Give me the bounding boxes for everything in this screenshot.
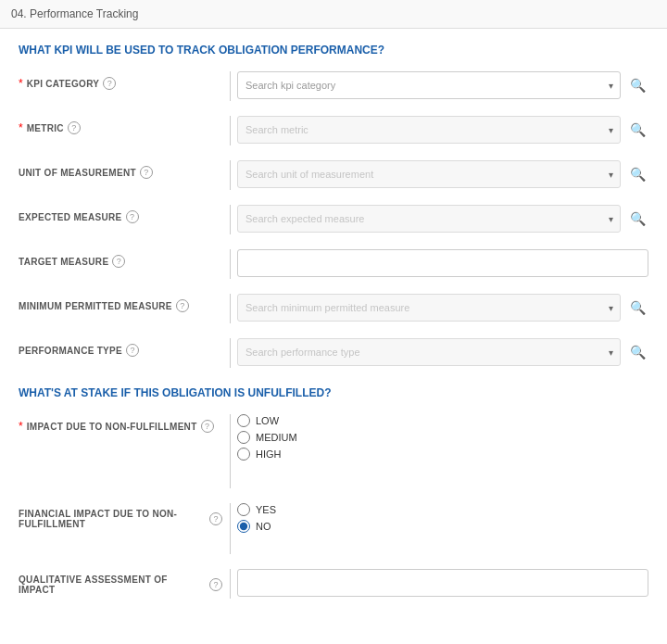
qualitative-assessment-label: QUALITATIVE ASSESSMENT OF IMPACT bbox=[19, 575, 206, 595]
unit-measurement-row: UNIT OF MEASUREMENT ? Search unit of mea… bbox=[19, 160, 648, 190]
unit-measurement-input-col: Search unit of measurement ▾ 🔍 bbox=[237, 160, 648, 188]
expected-measure-help-icon[interactable]: ? bbox=[126, 210, 139, 223]
min-permitted-input-col: Search minimum permitted measure ▾ 🔍 bbox=[237, 294, 648, 322]
impact-help-icon[interactable]: ? bbox=[201, 420, 214, 433]
metric-label: METRIC bbox=[27, 123, 64, 133]
metric-dropdown-wrapper: Search metric ▾ bbox=[237, 116, 621, 144]
performance-type-divider bbox=[222, 338, 237, 368]
expected-measure-label: EXPECTED MEASURE bbox=[19, 212, 122, 222]
target-measure-input[interactable] bbox=[237, 249, 648, 277]
metric-input-col: Search metric ▾ 🔍 bbox=[237, 116, 648, 144]
qualitative-assessment-row: QUALITATIVE ASSESSMENT OF IMPACT ? bbox=[19, 569, 648, 599]
metric-search-button[interactable]: 🔍 bbox=[626, 119, 648, 141]
expected-measure-label-col: EXPECTED MEASURE ? bbox=[19, 205, 222, 223]
kpi-category-dropdown-wrapper: Search kpi category ▾ bbox=[237, 71, 621, 99]
min-permitted-select[interactable]: Search minimum permitted measure bbox=[237, 294, 621, 322]
performance-type-label: PERFORMANCE TYPE bbox=[19, 346, 122, 356]
unit-measurement-label-col: UNIT OF MEASUREMENT ? bbox=[19, 160, 222, 179]
financial-impact-no-item[interactable]: NO bbox=[237, 520, 276, 533]
financial-impact-yes-radio[interactable] bbox=[237, 503, 250, 516]
qualitative-assessment-label-col: QUALITATIVE ASSESSMENT OF IMPACT ? bbox=[19, 569, 222, 595]
performance-type-row: PERFORMANCE TYPE ? Search performance ty… bbox=[19, 338, 648, 368]
impact-divider bbox=[222, 414, 237, 488]
expected-measure-select[interactable]: Search expected measure bbox=[237, 205, 621, 233]
expected-measure-divider bbox=[222, 205, 237, 234]
impact-row: * IMPACT DUE TO NON-FULFILLMENT ? LOW ME… bbox=[19, 414, 648, 488]
financial-impact-row: FINANCIAL IMPACT DUE TO NON-FULFILLMENT … bbox=[19, 503, 648, 554]
kpi-category-required: * bbox=[19, 77, 23, 90]
unit-measurement-help-icon[interactable]: ? bbox=[140, 166, 153, 179]
impact-label-col: * IMPACT DUE TO NON-FULFILLMENT ? bbox=[19, 414, 222, 433]
kpi-category-divider bbox=[222, 71, 237, 101]
performance-type-help-icon[interactable]: ? bbox=[126, 344, 139, 357]
target-measure-input-col bbox=[237, 249, 648, 277]
financial-impact-help-icon[interactable]: ? bbox=[209, 512, 222, 525]
min-permitted-label: MINIMUM PERMITTED MEASURE bbox=[19, 301, 172, 311]
impact-label: IMPACT DUE TO NON-FULFILLMENT bbox=[27, 422, 197, 432]
financial-impact-no-label: NO bbox=[256, 521, 271, 532]
metric-required: * bbox=[19, 121, 23, 134]
performance-type-select[interactable]: Search performance type bbox=[237, 338, 621, 366]
impact-low-item[interactable]: LOW bbox=[237, 414, 297, 427]
kpi-category-select[interactable]: Search kpi category bbox=[237, 71, 621, 99]
kpi-category-label-col: * KPI CATEGORY ? bbox=[19, 71, 222, 90]
page-title: 04. Performance Tracking bbox=[11, 7, 138, 20]
unit-measurement-select[interactable]: Search unit of measurement bbox=[237, 160, 621, 188]
kpi-category-help-icon[interactable]: ? bbox=[103, 77, 116, 90]
performance-type-search-button[interactable]: 🔍 bbox=[626, 341, 648, 363]
financial-impact-yes-item[interactable]: YES bbox=[237, 503, 276, 516]
metric-label-col: * METRIC ? bbox=[19, 116, 222, 134]
min-permitted-dropdown-wrapper: Search minimum permitted measure ▾ bbox=[237, 294, 621, 322]
metric-row: * METRIC ? Search metric ▾ 🔍 bbox=[19, 116, 648, 145]
qualitative-assessment-help-icon[interactable]: ? bbox=[209, 578, 222, 591]
financial-impact-label: FINANCIAL IMPACT DUE TO NON-FULFILLMENT bbox=[19, 509, 206, 529]
performance-type-dropdown-wrapper: Search performance type ▾ bbox=[237, 338, 621, 366]
unit-measurement-divider bbox=[222, 160, 237, 190]
unit-measurement-search-button[interactable]: 🔍 bbox=[626, 163, 648, 185]
financial-impact-yes-label: YES bbox=[256, 504, 276, 515]
impact-medium-label: MEDIUM bbox=[256, 432, 297, 443]
impact-input-col: LOW MEDIUM HIGH bbox=[237, 414, 648, 461]
min-permitted-help-icon[interactable]: ? bbox=[176, 299, 189, 312]
impact-medium-radio[interactable] bbox=[237, 431, 250, 444]
min-permitted-label-col: MINIMUM PERMITTED MEASURE ? bbox=[19, 294, 222, 312]
kpi-category-input-col: Search kpi category ▾ 🔍 bbox=[237, 71, 648, 99]
qualitative-assessment-input[interactable] bbox=[237, 569, 648, 597]
expected-measure-search-button[interactable]: 🔍 bbox=[626, 208, 648, 230]
impact-medium-item[interactable]: MEDIUM bbox=[237, 431, 297, 444]
unit-measurement-label: UNIT OF MEASUREMENT bbox=[19, 168, 136, 178]
target-measure-help-icon[interactable]: ? bbox=[112, 255, 125, 268]
min-permitted-divider bbox=[222, 294, 237, 323]
impact-low-radio[interactable] bbox=[237, 414, 250, 427]
kpi-category-search-button[interactable]: 🔍 bbox=[626, 74, 648, 96]
impact-high-radio[interactable] bbox=[237, 448, 250, 461]
financial-impact-label-col: FINANCIAL IMPACT DUE TO NON-FULFILLMENT … bbox=[19, 503, 222, 529]
target-measure-label-col: TARGET MEASURE ? bbox=[19, 249, 222, 268]
section2-title: WHAT'S AT STAKE IF THIS OBLIGATION IS UN… bbox=[19, 386, 648, 399]
expected-measure-dropdown-wrapper: Search expected measure ▾ bbox=[237, 205, 621, 233]
financial-impact-radio-group: YES NO bbox=[237, 503, 276, 533]
metric-select[interactable]: Search metric bbox=[237, 116, 621, 144]
impact-low-label: LOW bbox=[256, 415, 279, 426]
unit-measurement-dropdown-wrapper: Search unit of measurement ▾ bbox=[237, 160, 621, 188]
target-measure-row: TARGET MEASURE ? bbox=[19, 249, 648, 279]
qualitative-assessment-input-col bbox=[237, 569, 648, 597]
expected-measure-input-col: Search expected measure ▾ 🔍 bbox=[237, 205, 648, 233]
expected-measure-row: EXPECTED MEASURE ? Search expected measu… bbox=[19, 205, 648, 234]
financial-impact-input-col: YES NO bbox=[237, 503, 648, 533]
min-permitted-search-button[interactable]: 🔍 bbox=[626, 297, 648, 319]
impact-required: * bbox=[19, 420, 23, 433]
qualitative-assessment-divider bbox=[222, 569, 237, 599]
metric-help-icon[interactable]: ? bbox=[68, 121, 81, 134]
impact-high-label: HIGH bbox=[256, 448, 282, 460]
financial-impact-no-radio[interactable] bbox=[237, 520, 250, 533]
target-measure-divider bbox=[222, 249, 237, 279]
page-header: 04. Performance Tracking bbox=[0, 0, 667, 29]
performance-type-label-col: PERFORMANCE TYPE ? bbox=[19, 338, 222, 357]
impact-high-item[interactable]: HIGH bbox=[237, 448, 297, 461]
section1-title: WHAT KPI WILL BE USED TO TRACK OBLIGATIO… bbox=[19, 44, 648, 57]
min-permitted-row: MINIMUM PERMITTED MEASURE ? Search minim… bbox=[19, 294, 648, 323]
financial-impact-divider bbox=[222, 503, 237, 554]
target-measure-label: TARGET MEASURE bbox=[19, 257, 108, 267]
metric-divider bbox=[222, 116, 237, 145]
